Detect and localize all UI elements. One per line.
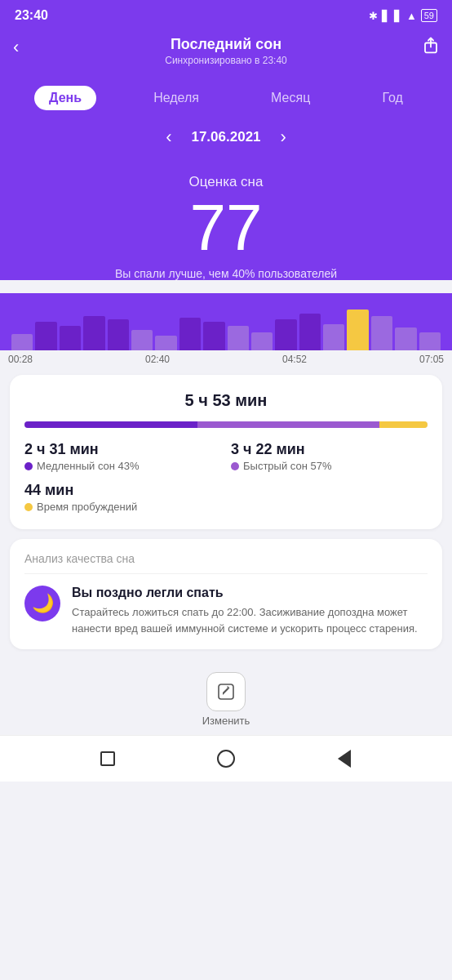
chart-bar bbox=[228, 326, 249, 350]
back-button[interactable]: ‹ bbox=[13, 37, 19, 58]
tab-day[interactable]: День bbox=[34, 86, 96, 110]
analysis-item: 🌙 Вы поздно легли спать Старайтесь ложит… bbox=[24, 586, 428, 636]
chart-bar bbox=[131, 330, 153, 350]
current-date: 17.06.2021 bbox=[191, 129, 260, 145]
analysis-content: Вы поздно легли спать Старайтесь ложитьс… bbox=[72, 586, 428, 636]
chart-bar bbox=[251, 332, 273, 350]
chart-bar bbox=[108, 319, 129, 350]
rem-sleep-value: 3 ч 22 мин bbox=[231, 441, 428, 458]
chart-bar bbox=[371, 316, 392, 350]
header-subtitle: Синхронизировано в 23:40 bbox=[41, 55, 411, 66]
sleep-duration-card: 5 ч 53 мин 2 ч 31 мин Медленный сон 43% … bbox=[10, 375, 442, 529]
rem-dot bbox=[231, 462, 239, 470]
header-title: Последний сон bbox=[41, 36, 411, 53]
nav-home-button[interactable] bbox=[215, 747, 237, 770]
chart-bar bbox=[275, 319, 296, 350]
status-icons: ✱ ▋ ▋ ▲ 59 bbox=[369, 9, 437, 22]
moon-icon: 🌙 bbox=[32, 593, 54, 614]
chart-labels: 00:28 02:40 04:52 07:05 bbox=[0, 350, 452, 365]
deep-sleep-label: Медленный сон 43% bbox=[37, 460, 140, 472]
square-icon bbox=[100, 751, 115, 766]
tab-week[interactable]: Неделя bbox=[139, 86, 214, 110]
wake-label: Время пробуждений bbox=[37, 501, 137, 513]
nav-recent-button[interactable] bbox=[96, 747, 119, 770]
sleep-progress-bar bbox=[24, 421, 428, 428]
chart-label-2: 04:52 bbox=[282, 354, 307, 365]
chart-bar bbox=[179, 318, 201, 350]
chart-bar bbox=[347, 310, 368, 350]
sleep-duration-title: 5 ч 53 мин bbox=[24, 391, 428, 410]
prev-date-button[interactable]: ‹ bbox=[166, 127, 171, 148]
bluetooth-icon: ✱ bbox=[369, 10, 378, 22]
tab-year[interactable]: Год bbox=[367, 86, 417, 110]
wake-desc: Время пробуждений bbox=[24, 501, 221, 513]
deep-sleep-bar bbox=[24, 421, 197, 428]
circle-icon bbox=[217, 750, 235, 768]
sleep-score-value: 77 bbox=[16, 195, 436, 261]
rem-sleep-desc: Быстрый сон 57% bbox=[231, 460, 428, 472]
next-date-button[interactable]: › bbox=[281, 127, 286, 148]
bottom-action: Изменить bbox=[0, 659, 452, 735]
chart-bar bbox=[60, 326, 81, 350]
signal-icon1: ▋ bbox=[382, 10, 390, 22]
chart-label-3: 07:05 bbox=[419, 354, 444, 365]
tab-bar: День Неделя Месяц Год bbox=[0, 78, 452, 122]
chart-bar bbox=[155, 336, 176, 350]
analysis-title: Анализ качества сна bbox=[24, 552, 428, 574]
chart-label-1: 02:40 bbox=[145, 354, 170, 365]
triangle-icon bbox=[338, 750, 351, 768]
chart-bar bbox=[83, 316, 104, 350]
sleep-score-label: Оценка сна bbox=[16, 174, 436, 190]
sleep-stats-grid: 2 ч 31 мин Медленный сон 43% 3 ч 22 мин … bbox=[24, 441, 428, 513]
wake-bar bbox=[379, 421, 428, 428]
rem-sleep-label: Быстрый сон 57% bbox=[243, 460, 331, 472]
chart-bar bbox=[203, 322, 224, 350]
tab-month[interactable]: Месяц bbox=[256, 86, 325, 110]
signal-icon2: ▋ bbox=[394, 10, 402, 22]
header: ‹ Последний сон Синхронизировано в 23:40 bbox=[0, 29, 452, 78]
edit-button[interactable] bbox=[206, 672, 246, 711]
chart-bar bbox=[35, 322, 56, 350]
wifi-icon: ▲ bbox=[406, 10, 417, 22]
rem-sleep-bar bbox=[197, 421, 379, 428]
chart-bar bbox=[299, 314, 321, 350]
chart-bar bbox=[419, 332, 441, 350]
share-button[interactable] bbox=[423, 37, 439, 57]
nav-back-button[interactable] bbox=[333, 747, 356, 770]
deep-sleep-stat: 2 ч 31 мин Медленный сон 43% bbox=[24, 441, 221, 472]
deep-sleep-desc: Медленный сон 43% bbox=[24, 460, 221, 472]
sleep-chart bbox=[0, 293, 452, 350]
chart-bar bbox=[11, 334, 33, 350]
wake-dot bbox=[24, 503, 33, 511]
sleep-score-description: Вы спали лучше, чем 40% пользователей bbox=[16, 267, 436, 280]
battery-icon: 59 bbox=[421, 9, 437, 22]
rem-sleep-stat: 3 ч 22 мин Быстрый сон 57% bbox=[231, 441, 428, 472]
deep-dot bbox=[24, 462, 33, 470]
analysis-item-desc: Старайтесь ложиться спать до 22:00. Заси… bbox=[72, 604, 428, 636]
analysis-item-title: Вы поздно легли спать bbox=[72, 586, 428, 600]
nav-bar bbox=[0, 735, 452, 782]
status-time: 23:40 bbox=[15, 8, 48, 23]
chart-label-0: 00:28 bbox=[8, 354, 33, 365]
sleep-score-section: Оценка сна 77 Вы спали лучше, чем 40% по… bbox=[0, 161, 452, 280]
wake-value: 44 мин bbox=[24, 482, 221, 499]
chart-bar bbox=[323, 324, 344, 350]
chart-bar bbox=[395, 327, 416, 350]
wake-stat: 44 мин Время пробуждений bbox=[24, 482, 221, 513]
date-nav: ‹ 17.06.2021 › bbox=[0, 122, 452, 161]
edit-label: Изменить bbox=[0, 715, 452, 727]
status-bar: 23:40 ✱ ▋ ▋ ▲ 59 bbox=[0, 0, 452, 29]
deep-sleep-value: 2 ч 31 мин bbox=[24, 441, 221, 458]
analysis-icon: 🌙 bbox=[24, 586, 60, 621]
analysis-card: Анализ качества сна 🌙 Вы поздно легли сп… bbox=[10, 539, 442, 649]
